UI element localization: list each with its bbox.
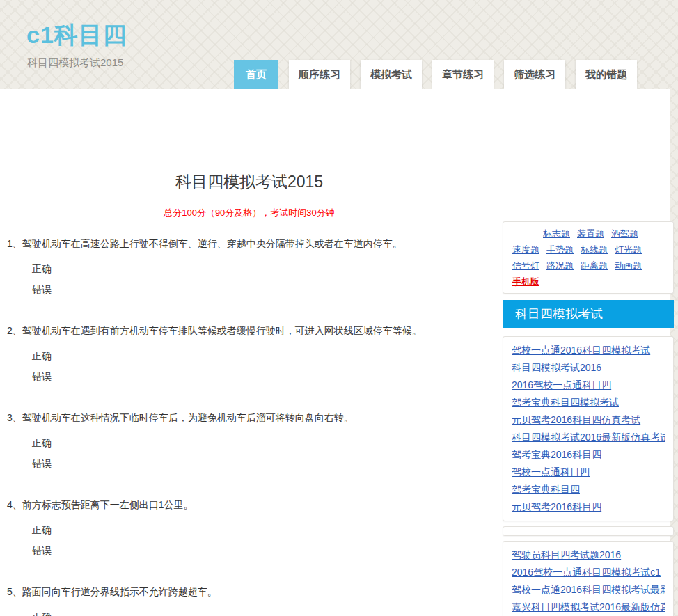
nav-tab-5[interactable]: 我的错题 <box>576 60 637 89</box>
answer-option[interactable]: 正确 <box>32 432 498 453</box>
sidebar-link[interactable]: 2016驾校一点通科目四 <box>512 377 665 394</box>
question-item: 3、驾驶机动车在这种情况下临时停车后，为避免机动车后溜可将转向盘向右转。正确错误 <box>7 410 498 474</box>
tag-link[interactable]: 动画题 <box>615 260 642 271</box>
exam-content: 科目四模拟考试2015 总分100分（90分及格），考试时间30分钟 1、驾驶机… <box>0 89 498 616</box>
tag-link[interactable]: 路况题 <box>546 260 574 271</box>
tag-link[interactable]: 标线题 <box>581 244 608 255</box>
page: { "logo": { "title": "c1科目四", "subtitle"… <box>0 0 678 616</box>
tag-link[interactable]: 标志题 <box>543 228 570 239</box>
answer-option[interactable]: 错误 <box>32 279 498 300</box>
question-text: 1、驾驶机动车在高速公路上行驶不得倒车、逆行、穿越中央分隔带掉头或者在车道内停车… <box>7 236 498 251</box>
sidebar-link[interactable]: 元贝驾考2016科目四仿真考试 <box>512 411 665 429</box>
question-item: 1、驾驶机动车在高速公路上行驶不得倒车、逆行、穿越中央分隔带掉头或者在车道内停车… <box>7 236 498 300</box>
page-title: 科目四模拟考试2015 <box>0 171 498 193</box>
sidebar-link[interactable]: 嘉兴科目四模拟考试2016最新版仿真考... <box>512 599 665 616</box>
answer-option[interactable]: 错误 <box>32 453 498 474</box>
sidebar-link[interactable]: 2016驾校一点通科目四模拟考试c1 <box>512 564 665 581</box>
question-text: 5、路面同向车行道分界线指示不允许跨越超车。 <box>7 584 498 599</box>
sidebar-link[interactable]: 元贝驾考2016科目四 <box>512 498 665 516</box>
tag-link[interactable]: 手势题 <box>546 244 574 255</box>
sidebar: 标志题装置题酒驾题速度题手势题标线题灯光题信号灯路况题距离题动画题手机版 科目四… <box>503 221 674 616</box>
sidebar-link[interactable]: 驾驶员科目四考试题2016 <box>512 546 665 564</box>
more-links-box: 驾驶员科目四考试题20162016驾校一点通科目四模拟考试c1驾校一点通2016… <box>503 541 674 616</box>
nav-tab-3[interactable]: 章节练习 <box>432 60 494 89</box>
tag-link[interactable]: 信号灯 <box>512 260 539 271</box>
main-nav: 首页顺序练习模拟考试章节练习筛选练习我的错题 <box>234 60 637 89</box>
tag-link[interactable]: 速度题 <box>512 244 539 255</box>
question-item: 4、前方标志预告距离下一左侧出口1公里。正确错误 <box>7 497 498 561</box>
sidebar-link[interactable]: 驾考宝典2016科目四 <box>512 446 665 464</box>
answer-option[interactable]: 错误 <box>32 366 498 387</box>
site-title: c1科目四 <box>26 19 127 52</box>
mobile-version-link[interactable]: 手机版 <box>512 276 539 287</box>
sidebar-section-title: 科目四模拟考试 <box>503 300 674 328</box>
question-item: 5、路面同向车行道分界线指示不允许跨越超车。正确错误 <box>7 584 498 616</box>
question-text: 2、驾驶机动车在遇到有前方机动车停车排队等候或者缓慢行驶时，可进入网状线区域停车… <box>7 323 498 338</box>
empty-strip <box>503 526 674 536</box>
question-text: 3、驾驶机动车在这种情况下临时停车后，为避免机动车后溜可将转向盘向右转。 <box>7 410 498 425</box>
sidebar-link[interactable]: 科目四模拟考试2016 <box>512 359 665 377</box>
tag-links-box: 标志题装置题酒驾题速度题手势题标线题灯光题信号灯路况题距离题动画题手机版 <box>503 221 674 294</box>
answer-option[interactable]: 正确 <box>32 606 498 616</box>
answer-option[interactable]: 错误 <box>32 540 498 561</box>
tag-link[interactable]: 酒驾题 <box>611 228 638 239</box>
site-subtitle: 科目四模拟考试2015 <box>27 56 127 70</box>
sidebar-link[interactable]: 驾考宝典科目四模拟考试 <box>512 394 665 411</box>
site-logo: c1科目四 科目四模拟考试2015 <box>26 19 127 70</box>
answer-option[interactable]: 正确 <box>32 345 498 366</box>
question-item: 2、驾驶机动车在遇到有前方机动车停车排队等候或者缓慢行驶时，可进入网状线区域停车… <box>7 323 498 387</box>
nav-tab-1[interactable]: 顺序练习 <box>289 60 350 89</box>
site-header: c1科目四 科目四模拟考试2015 首页顺序练习模拟考试章节练习筛选练习我的错题 <box>0 0 678 89</box>
tag-link[interactable]: 装置题 <box>577 228 604 239</box>
question-text: 4、前方标志预告距离下一左侧出口1公里。 <box>7 497 498 512</box>
sidebar-link[interactable]: 驾校一点通2016科目四模拟考试最新版... <box>512 581 665 599</box>
sidebar-link[interactable]: 驾校一点通科目四 <box>512 464 665 481</box>
nav-tab-0[interactable]: 首页 <box>234 60 278 89</box>
question-list: 1、驾驶机动车在高速公路上行驶不得倒车、逆行、穿越中央分隔带掉头或者在车道内停车… <box>0 236 498 616</box>
main-panel: 科目四模拟考试2015 总分100分（90分及格），考试时间30分钟 1、驾驶机… <box>0 89 670 616</box>
sidebar-link[interactable]: 驾校一点通2016科目四模拟考试 <box>512 342 665 359</box>
nav-tab-4[interactable]: 筛选练习 <box>504 60 565 89</box>
answer-option[interactable]: 正确 <box>32 519 498 540</box>
related-links-box: 驾校一点通2016科目四模拟考试科目四模拟考试20162016驾校一点通科目四驾… <box>503 336 674 521</box>
sidebar-link[interactable]: 科目四模拟考试2016最新版仿真考试 <box>512 429 665 446</box>
nav-tab-2[interactable]: 模拟考试 <box>361 60 422 89</box>
tag-link[interactable]: 距离题 <box>581 260 608 271</box>
exam-info-text: 总分100分（90分及格），考试时间30分钟 <box>0 207 498 219</box>
sidebar-link[interactable]: 驾考宝典科目四 <box>512 481 665 498</box>
tag-link[interactable]: 灯光题 <box>615 244 642 255</box>
answer-option[interactable]: 正确 <box>32 258 498 279</box>
